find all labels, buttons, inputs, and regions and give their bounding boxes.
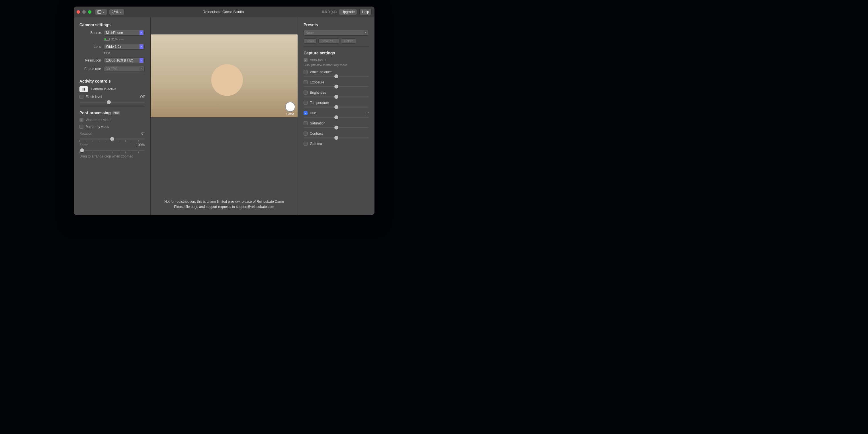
version-label: 0.8.0 (44): [322, 10, 337, 14]
zoom-slider[interactable]: [80, 150, 145, 151]
zoom-level-dropdown[interactable]: 26% ⌄: [109, 9, 124, 15]
saturation-label: Saturation: [310, 121, 326, 125]
source-label: Source: [80, 31, 101, 35]
preset-select[interactable]: None: [304, 30, 369, 36]
right-panel: Presets None Load Save as… Delete Captur…: [298, 18, 374, 215]
close-window-button[interactable]: [76, 10, 80, 14]
titlebar: ⌄ 26% ⌄ Reincubate Camo Studio 0.8.0 (44…: [74, 6, 374, 18]
white-balance-label: White-balance: [310, 70, 332, 74]
framerate-select[interactable]: 30 FPS: [104, 66, 145, 72]
battery-percent: 31%: [111, 38, 118, 41]
saturation-checkbox[interactable]: [304, 121, 308, 125]
preview-notice: Not for redistribution; this is a time-l…: [156, 199, 292, 209]
hue-checkbox[interactable]: [304, 111, 308, 115]
mirror-checkbox[interactable]: [80, 125, 84, 129]
activity-controls-heading: Activity controls: [80, 79, 145, 84]
rotation-value: 0°: [142, 131, 145, 135]
rotation-slider[interactable]: [80, 138, 145, 140]
aperture-label: f/1.8: [104, 51, 110, 55]
flash-level-value: Off: [140, 95, 145, 99]
contrast-checkbox[interactable]: [304, 131, 308, 135]
capture-settings-heading: Capture settings: [304, 51, 369, 55]
temperature-checkbox[interactable]: [304, 101, 308, 105]
temperature-label: Temperature: [310, 101, 329, 105]
framerate-label: Frame rate: [80, 67, 101, 71]
watermark-label: Watermark video: [86, 118, 111, 122]
hue-label: Hue: [310, 111, 316, 115]
video-preview[interactable]: Camo: [151, 34, 298, 117]
white-balance-slider[interactable]: [304, 76, 369, 77]
chevron-down-icon: ⌄: [120, 10, 122, 13]
resolution-select[interactable]: 1080p 16:9 (FHD): [104, 58, 145, 63]
exposure-checkbox[interactable]: [304, 80, 308, 84]
camera-settings-heading: Camera settings: [80, 23, 145, 27]
camo-logo-icon: [285, 102, 295, 112]
flash-level-slider[interactable]: [80, 102, 145, 103]
save-preset-button[interactable]: Save as…: [318, 38, 339, 43]
zoom-label: Zoom: [80, 143, 88, 147]
brightness-slider[interactable]: [304, 96, 369, 97]
rotation-label: Rotation: [80, 131, 92, 135]
source-select[interactable]: MichPhone: [104, 30, 145, 36]
brightness-label: Brightness: [310, 91, 326, 95]
hue-value: 0°: [366, 111, 369, 115]
camo-watermark: Camo: [285, 102, 295, 116]
white-balance-checkbox[interactable]: [304, 70, 308, 74]
chevron-down-icon: ⌄: [102, 10, 105, 13]
zoom-value: 100%: [136, 143, 145, 147]
maximize-window-button[interactable]: [88, 10, 91, 14]
exposure-slider[interactable]: [304, 86, 369, 87]
exposure-label: Exposure: [310, 80, 324, 84]
gamma-label: Gamma: [310, 142, 322, 146]
sidebar-toggle-button[interactable]: ⌄: [95, 9, 107, 15]
resolution-label: Resolution: [80, 58, 101, 62]
flash-level-label: Flash level: [86, 95, 102, 99]
focus-hint: Click preview to manually focus: [304, 63, 369, 67]
sidebar-icon: [97, 10, 101, 14]
lens-label: Lens: [80, 45, 101, 49]
window-title: Reincubate Camo Studio: [124, 10, 322, 14]
delete-preset-button[interactable]: Delete: [341, 38, 356, 43]
svg-rect-0: [98, 10, 101, 13]
temperature-slider[interactable]: [304, 106, 369, 107]
pause-camera-button[interactable]: [80, 86, 88, 92]
app-window: ⌄ 26% ⌄ Reincubate Camo Studio 0.8.0 (44…: [74, 6, 374, 215]
saturation-slider[interactable]: [304, 127, 369, 128]
zoom-level-value: 26%: [112, 10, 119, 14]
brightness-checkbox[interactable]: [304, 91, 308, 95]
minimize-window-button[interactable]: [82, 10, 86, 14]
flash-checkbox[interactable]: [80, 95, 84, 99]
hue-slider[interactable]: [304, 117, 369, 118]
help-button[interactable]: Help: [360, 9, 372, 15]
watermark-checkbox[interactable]: [80, 118, 84, 122]
pro-badge: PRO: [113, 111, 120, 115]
lens-select[interactable]: Wide 1.0x: [104, 44, 145, 50]
contrast-label: Contrast: [310, 131, 323, 135]
mirror-label: Mirror my video: [86, 125, 110, 129]
auto-focus-checkbox[interactable]: [304, 58, 308, 62]
camera-status-label: Camera is active: [91, 87, 116, 91]
upgrade-button[interactable]: Upgrade: [339, 9, 357, 15]
crop-hint: Drag to arrange crop when zoomed: [80, 154, 145, 158]
usb-icon: •⊷: [119, 37, 124, 41]
left-panel: Camera settings Source MichPhone 31% •⊷ …: [74, 18, 151, 215]
load-preset-button[interactable]: Load: [304, 38, 317, 43]
window-controls: [76, 10, 91, 14]
gamma-checkbox[interactable]: [304, 142, 308, 146]
presets-heading: Presets: [304, 23, 369, 27]
contrast-slider[interactable]: [304, 137, 369, 138]
post-processing-heading: Post-processing PRO: [80, 111, 145, 115]
source-status: 31% •⊷: [104, 37, 145, 41]
battery-icon: [104, 38, 110, 41]
auto-focus-label: Auto-focus: [310, 58, 326, 62]
center-panel: Camo Not for redistribution; this is a t…: [151, 18, 298, 215]
